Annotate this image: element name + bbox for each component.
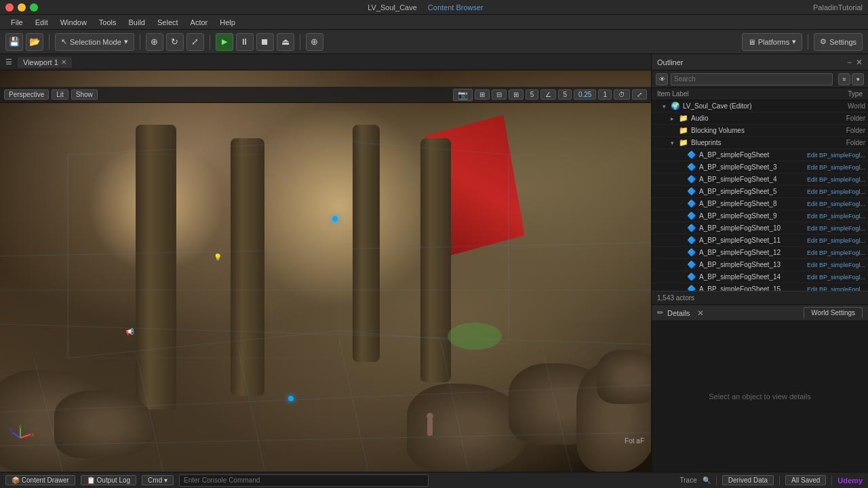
cmd-button[interactable]: Cmd ▾ bbox=[142, 475, 174, 485]
tree-item-icon: 🔷 bbox=[687, 285, 696, 291]
hamburger-menu[interactable]: ☰ bbox=[5, 58, 12, 66]
toolbar-separator-3 bbox=[210, 35, 210, 49]
viewport-header: ☰ Viewport 1 ✕ bbox=[0, 54, 651, 70]
eject-button[interactable]: ⏏ bbox=[277, 33, 294, 51]
tree-item[interactable]: 🔷 A_BP_simpleFogSheet_14 Edit BP_simpleF… bbox=[652, 271, 868, 283]
tree-item-label: A_BP_simpleFogSheet_14 bbox=[699, 273, 807, 281]
grid-icon-btn[interactable]: ⊞ bbox=[475, 89, 490, 100]
rotate-button[interactable]: ↻ bbox=[166, 33, 184, 51]
svg-text:Z: Z bbox=[19, 424, 22, 428]
menu-item-window[interactable]: Window bbox=[55, 17, 92, 28]
tree-item-icon: 🔷 bbox=[687, 272, 696, 282]
edit-blueprint-btn[interactable]: Edit BP_simpleFogl... bbox=[807, 225, 865, 232]
content-drawer-button[interactable]: 📦 Content Drawer bbox=[5, 475, 75, 485]
quick-add-button[interactable]: ⊕ bbox=[306, 33, 323, 51]
edit-blueprint-btn[interactable]: Edit BP_simpleFogl... bbox=[807, 237, 865, 244]
show-button[interactable]: Show bbox=[71, 89, 98, 100]
tree-item[interactable]: 🔷 A_BP_simpleFogSheet_10 Edit BP_simpleF… bbox=[652, 222, 868, 235]
world-settings-tab[interactable]: World Settings bbox=[804, 307, 863, 319]
column-2 bbox=[231, 138, 264, 396]
edit-blueprint-btn[interactable]: Edit BP_simpleFogl... bbox=[807, 274, 865, 281]
trace-icon[interactable]: 🔍 bbox=[703, 476, 711, 484]
tree-item[interactable]: ▸ 📁 Audio Folder bbox=[652, 113, 868, 125]
edit-blueprint-btn[interactable]: Edit BP_simpleFogl... bbox=[807, 164, 865, 171]
viewport-tab-label: Viewport 1 bbox=[23, 58, 58, 66]
realtime-btn[interactable]: ⏱ bbox=[614, 89, 630, 100]
num5-btn[interactable]: 5 bbox=[526, 89, 539, 100]
menu-item-build[interactable]: Build bbox=[123, 17, 151, 28]
derived-data-button[interactable]: Derived Data bbox=[722, 475, 774, 485]
tree-item[interactable]: 🔷 A_BP_simpleFogSheet_3 Edit BP_simpleFo… bbox=[652, 161, 868, 174]
tree-item[interactable]: ▾ 🌍 LV_Soul_Cave (Editor) World bbox=[652, 100, 868, 113]
viewport-tab[interactable]: Viewport 1 ✕ bbox=[18, 57, 72, 68]
menu-item-actor[interactable]: Actor bbox=[185, 17, 214, 28]
svg-text:Y: Y bbox=[9, 428, 13, 432]
toggle-btn-1[interactable]: ⊟ bbox=[492, 89, 507, 100]
tree-item[interactable]: 🔷 A_BP_simpleFogSheet_11 Edit BP_simpleF… bbox=[652, 235, 868, 247]
tree-item[interactable]: 🔷 A_BP_simpleFogSheet Edit BP_simpleFogl… bbox=[652, 149, 868, 161]
tree-item-icon: 🔷 bbox=[687, 199, 696, 209]
platforms-button[interactable]: 🖥 Platforms ▾ bbox=[742, 33, 802, 51]
menu-item-file[interactable]: File bbox=[5, 17, 28, 28]
tree-item-icon: 🔷 bbox=[687, 260, 696, 270]
tree-item[interactable]: 🔷 A_BP_simpleFogSheet_13 Edit BP_simpleF… bbox=[652, 259, 868, 271]
outliner-search-input[interactable] bbox=[671, 73, 833, 85]
angle-btn[interactable]: ∠ bbox=[540, 89, 556, 100]
edit-blueprint-btn[interactable]: Edit BP_simpleFogl... bbox=[807, 152, 865, 159]
maximize-traffic-light[interactable] bbox=[30, 3, 38, 12]
viewport-close-button[interactable]: ✕ bbox=[61, 58, 66, 66]
tree-item-icon: 🔷 bbox=[687, 224, 696, 233]
all-saved-button[interactable]: All Saved bbox=[785, 475, 826, 485]
close-traffic-light[interactable] bbox=[5, 3, 14, 12]
menu-item-help[interactable]: Help bbox=[214, 17, 241, 28]
outliner-close-button[interactable]: ✕ bbox=[856, 58, 863, 67]
edit-blueprint-btn[interactable]: Edit BP_simpleFogl... bbox=[807, 176, 865, 183]
minimize-traffic-light[interactable] bbox=[18, 3, 26, 12]
pause-button[interactable]: ⏸ bbox=[236, 33, 254, 51]
screen-percent-btn[interactable]: 1 bbox=[598, 89, 612, 100]
edit-blueprint-btn[interactable]: Edit BP_simpleFogl... bbox=[807, 201, 865, 207]
scale-btn[interactable]: 5 bbox=[558, 89, 572, 100]
open-button[interactable]: 📂 bbox=[26, 33, 43, 51]
outliner-eye-btn[interactable]: 👁 bbox=[656, 73, 668, 85]
maximize-viewport-btn[interactable]: ⤢ bbox=[632, 89, 647, 100]
tree-item[interactable]: 🔷 A_BP_simpleFogSheet_5 Edit BP_simpleFo… bbox=[652, 186, 868, 198]
tree-item[interactable]: ▾ 📁 Blueprints Folder bbox=[652, 137, 868, 149]
tree-item[interactable]: 🔷 A_BP_simpleFogSheet_9 Edit BP_simpleFo… bbox=[652, 210, 868, 222]
outliner-minimize[interactable]: − bbox=[847, 58, 852, 67]
outliner-filter-btn[interactable]: ▾ bbox=[852, 73, 864, 85]
edit-blueprint-btn[interactable]: Edit BP_simpleFogl... bbox=[807, 249, 865, 256]
console-input[interactable] bbox=[179, 474, 429, 487]
status-sep-3 bbox=[831, 476, 832, 485]
tree-item[interactable]: 🔷 A_BP_simpleFogSheet_4 Edit BP_simpleFo… bbox=[652, 174, 868, 186]
edit-blueprint-btn[interactable]: Edit BP_simpleFogl... bbox=[807, 286, 865, 291]
camera-icon-btn[interactable]: 📷 bbox=[453, 89, 473, 101]
edit-blueprint-btn[interactable]: Edit BP_simpleFogl... bbox=[807, 213, 865, 220]
play-button[interactable]: ▶ bbox=[216, 33, 233, 51]
scale-button[interactable]: ⤢ bbox=[186, 33, 204, 51]
grid-size-btn[interactable]: ⊞ bbox=[509, 89, 524, 100]
details-close-button[interactable]: ✕ bbox=[697, 308, 704, 318]
settings-button[interactable]: ⚙ Settings bbox=[814, 33, 863, 51]
menu-item-edit[interactable]: Edit bbox=[30, 17, 54, 28]
tree-item[interactable]: 🔷 A_BP_simpleFogSheet_12 Edit BP_simpleF… bbox=[652, 247, 868, 259]
content-browser-link[interactable]: Content Browser bbox=[428, 3, 484, 12]
outliner-sort-btn[interactable]: ≡ bbox=[838, 73, 850, 85]
outliner-header: Outliner − ✕ bbox=[652, 54, 868, 70]
menu-item-tools[interactable]: Tools bbox=[94, 17, 122, 28]
tree-item[interactable]: 🔷 A_BP_simpleFogSheet_8 Edit BP_simpleFo… bbox=[652, 198, 868, 210]
viewport[interactable]: ☰ Viewport 1 ✕ Perspective Lit Show 📷 ⊞ … bbox=[0, 54, 651, 472]
selection-mode-label: Selection Mode bbox=[70, 38, 121, 46]
perspective-button[interactable]: Perspective bbox=[4, 89, 49, 100]
edit-blueprint-btn[interactable]: Edit BP_simpleFogl... bbox=[807, 188, 865, 195]
tree-item[interactable]: 🔷 A_BP_simpleFogSheet_15 Edit BP_simpleF… bbox=[652, 283, 868, 291]
stop-button[interactable]: ⏹ bbox=[256, 33, 274, 51]
tree-item[interactable]: 📁 Blocking Volumes Folder bbox=[652, 125, 868, 137]
output-log-button[interactable]: 📋 Output Log bbox=[81, 475, 136, 485]
lit-button[interactable]: Lit bbox=[52, 89, 68, 100]
menu-item-select[interactable]: Select bbox=[152, 17, 184, 28]
save-button[interactable]: 💾 bbox=[5, 33, 23, 51]
selection-mode-button[interactable]: ↖ Selection Mode ▾ bbox=[55, 33, 134, 51]
transform-button[interactable]: ⊕ bbox=[146, 33, 163, 51]
edit-blueprint-btn[interactable]: Edit BP_simpleFogl... bbox=[807, 262, 865, 268]
